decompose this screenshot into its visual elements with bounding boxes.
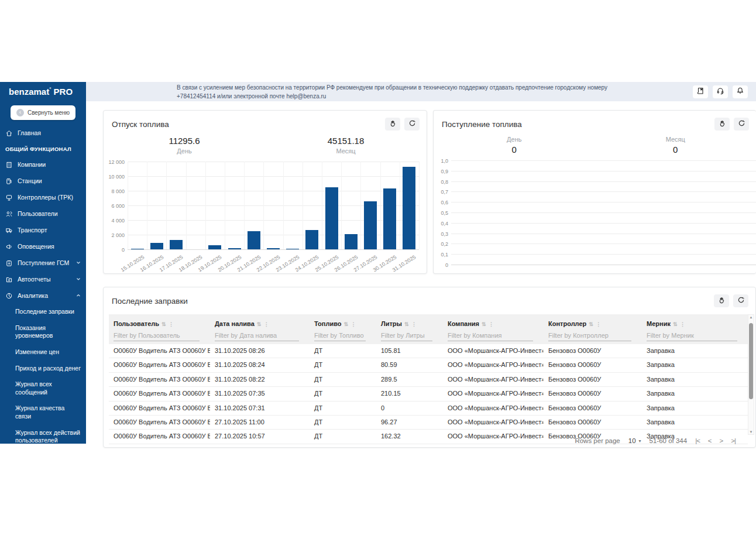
table-cell: ДТ [310, 430, 376, 443]
column-header-3: Топливо⇅ ⋮ [310, 314, 376, 344]
clipboard-icon [5, 259, 13, 267]
table-cell: ООО «Моршанск-АГРО-Инвест» [443, 430, 544, 443]
manual-button[interactable] [693, 85, 708, 98]
filter-input-1[interactable] [114, 330, 200, 341]
scrollbar-thumb[interactable] [749, 323, 753, 399]
gridline [322, 162, 322, 249]
notifications-button[interactable] [733, 85, 748, 98]
fuel-intake-title: Поступление топлива [442, 120, 522, 129]
first-page-button[interactable]: |< [695, 437, 700, 444]
table-row[interactable]: О0060У Водитель АТЗ О0060У Водите.31.10.… [109, 358, 748, 372]
sidebar-item-transport[interactable]: Транспорт [0, 222, 86, 238]
sort-icon[interactable]: ⇅ [404, 321, 410, 327]
support-notice-line2: +78412454114 и/или электронной почте hel… [177, 92, 607, 101]
filter-input-7[interactable] [647, 330, 737, 341]
refresh-button[interactable] [404, 118, 420, 131]
next-page-button[interactable]: > [720, 437, 723, 444]
sidebar-item-price-changes[interactable]: Изменение цен [0, 344, 86, 361]
collapse-menu-label: Свернуть меню [28, 109, 70, 116]
sidebar-item-analytics[interactable]: Аналитика [0, 287, 86, 304]
prev-page-button[interactable]: < [708, 437, 712, 444]
filter-input-3[interactable] [314, 330, 366, 341]
table-cell: 289.5 [376, 373, 443, 386]
stat-month-value: 0 [595, 145, 756, 155]
gridline [451, 265, 756, 265]
sidebar-item-money-income-expense[interactable]: Приход и расход денег [0, 361, 86, 377]
sidebar-item-label: Журнал всех действий пользователей [15, 429, 80, 444]
chevron-down-icon [75, 276, 81, 282]
sidebar-item-fuel-intake[interactable]: Поступление ГСМ [0, 255, 86, 271]
fuel-dispense-card: Отпуск топлива 11295.6 День 45151.18 Мес… [103, 110, 427, 274]
hand-drag-button[interactable] [385, 118, 400, 131]
table-row[interactable]: О0060У Водитель АТЗ О0060У Водите.31.10.… [109, 344, 748, 358]
column-label: Литры⇅ ⋮ [381, 320, 417, 327]
kebab-menu-icon[interactable]: ⋮ [489, 321, 494, 327]
sort-icon[interactable]: ⇅ [257, 321, 262, 327]
kebab-menu-icon[interactable]: ⋮ [351, 321, 357, 327]
sidebar-item-user-actions-log[interactable]: Журнал всех действий пользователей [0, 425, 86, 444]
x-axis-tick: 16.10.2025 [139, 254, 165, 273]
kebab-menu-icon[interactable]: ⋮ [264, 321, 270, 327]
filter-input-4[interactable] [381, 330, 432, 341]
filter-input-5[interactable] [448, 330, 533, 341]
kebab-menu-icon[interactable]: ⋮ [596, 321, 602, 327]
sidebar-item-companies[interactable]: Компании [0, 156, 86, 173]
x-axis-tick: 25.10.2025 [314, 254, 339, 273]
table-cell: Заправка [642, 358, 748, 372]
scroll-up-icon[interactable]: ▲ [748, 315, 754, 319]
collapse-menu-button[interactable]: ‹ Свернуть меню [11, 105, 75, 120]
sidebar-item-all-messages-log[interactable]: Журнал всех сообщений [0, 376, 86, 400]
support-button[interactable] [713, 85, 728, 98]
gridline [128, 162, 128, 249]
table-row[interactable]: О0060У Водитель АТЗ О0060У Водите.31.10.… [109, 387, 748, 401]
sidebar-item-level-gauge-readings[interactable]: Показания уровнемеров [0, 320, 86, 344]
sort-icon[interactable]: ⇅ [589, 321, 594, 327]
filter-input-2[interactable] [215, 330, 299, 341]
refresh-button[interactable] [734, 118, 749, 131]
sidebar-item-link-quality-log[interactable]: Журнал качества связи [0, 400, 86, 424]
gridline [283, 162, 284, 249]
sidebar-item-autoreports[interactable]: Автоотчеты [0, 271, 86, 287]
sidebar-item-controllers[interactable]: Контроллеры (ТРК) [0, 189, 86, 205]
table-cell: 27.10.2025 10:57 [210, 430, 310, 443]
kebab-menu-icon[interactable]: ⋮ [680, 321, 686, 327]
refresh-button[interactable] [733, 294, 748, 307]
sort-icon[interactable]: ⇅ [482, 321, 487, 327]
fuel-dispense-title: Отпуск топлива [112, 120, 169, 129]
column-label: Пользователь⇅ ⋮ [114, 320, 174, 327]
table-row[interactable]: О0060У Водитель АТЗ О0060У Водите.31.10.… [109, 373, 748, 387]
sidebar-item-stations[interactable]: Станции [0, 173, 86, 189]
refresh-icon [408, 119, 416, 129]
filter-input-6[interactable] [548, 330, 631, 341]
hand-drag-button[interactable] [714, 118, 730, 131]
last-page-button[interactable]: >| [731, 437, 736, 444]
table-cell: Бензовоз О0060У [544, 373, 642, 386]
sort-icon[interactable]: ⇅ [343, 321, 349, 327]
stat-day-label: День [434, 136, 595, 143]
sidebar-item-alerts[interactable]: Оповещения [0, 238, 86, 255]
table-cell: ООО «Моршанск-АГРО-Инвест» [443, 402, 544, 415]
support-notice-line1: В связи с усилением мер безопасности на … [177, 83, 607, 92]
scroll-down-icon[interactable]: ▼ [748, 430, 754, 434]
table-row[interactable]: О0060У Водитель АТЗ О0060У Водите.31.10.… [109, 402, 748, 416]
kebab-menu-icon[interactable]: ⋮ [411, 321, 417, 327]
kebab-menu-icon[interactable]: ⋮ [169, 321, 174, 327]
sidebar-item-recent-fuelings[interactable]: Последние заправки [0, 304, 86, 320]
sidebar-item-users[interactable]: Пользователи [0, 205, 86, 222]
stat-day-value: 11295.6 [104, 136, 265, 146]
table-cell: О0060У Водитель АТЗ О0060У Водите. [109, 344, 210, 358]
y-axis-tick: 0,7 [434, 189, 448, 195]
sort-icon[interactable]: ⇅ [673, 321, 678, 327]
y-axis-tick: 12 000 [104, 159, 125, 165]
gridline [419, 162, 420, 249]
x-axis-tick: 22.10.2025 [256, 254, 281, 273]
rows-per-page-select[interactable]: 10▾ [628, 437, 641, 444]
hand-drag-button[interactable] [714, 294, 729, 307]
table-row[interactable]: О0060У Водитель АТЗ О0060У Водите.27.10.… [109, 416, 748, 430]
controller-icon [5, 193, 13, 201]
sort-icon[interactable]: ⇅ [161, 321, 167, 327]
table-scrollbar[interactable]: ▲ ▼ [748, 314, 754, 435]
sidebar-item-home[interactable]: Главная [0, 125, 86, 141]
table-cell: ДТ [310, 387, 376, 400]
logo-mark: ° [49, 87, 51, 92]
